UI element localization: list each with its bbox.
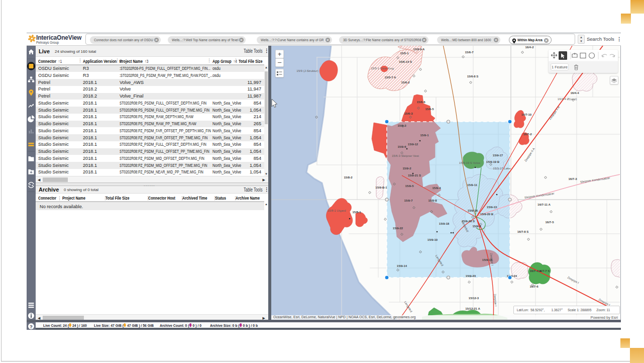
svg-text:15/6-5: 15/6-5 (425, 108, 434, 111)
svg-text:15/9-10: 15/9-10 (427, 238, 438, 241)
svg-text:15/9-1: 15/9-1 (420, 134, 429, 137)
svg-text:15/9-21 S: 15/9-21 S (408, 174, 421, 177)
svg-text:16/7-6: 16/7-6 (529, 285, 539, 288)
svg-text:15/6-8 S: 15/6-8 S (467, 75, 479, 78)
svg-text:15/9-20 B: 15/9-20 B (480, 213, 494, 216)
svg-text:15/9-23: 15/9-23 (466, 275, 476, 278)
svg-text:15/9-14: 15/9-14 (397, 264, 407, 267)
svg-text:15/9-22: 15/9-22 (393, 227, 403, 230)
svg-text:15/9 (J-Struktur): 15/9 (J-Struktur) (296, 69, 318, 72)
svg-text:15/6-3 Sleipner Vest: 15/6-3 Sleipner Vest (392, 154, 419, 157)
svg-text:16/7-4: 16/7-4 (529, 269, 539, 273)
svg-text:15/9-7: 15/9-7 (404, 199, 413, 202)
svg-text:?: ? (30, 324, 33, 329)
svg-text:15/5-1 Gina Krog: 15/5-1 Gina Krog (371, 67, 394, 70)
svg-text:Zeepipe I: Zeepipe I (567, 276, 579, 285)
svg-text:15/9-16: 15/9-16 (468, 209, 478, 212)
svg-text:15/12-3: 15/12-3 (469, 297, 479, 300)
svg-text:Zeepipe I: Zeepipe I (493, 294, 497, 307)
svg-text:15/9-2: 15/9-2 (402, 167, 411, 170)
svg-text:15/9-11: 15/9-11 (467, 184, 478, 187)
svg-text:15/6-7: 15/6-7 (465, 51, 474, 54)
svg-text:Sleipner Kondensatrør: Sleipner Kondensatrør (524, 192, 555, 199)
svg-text:Sleipner Kondensatrør: Sleipner Kondensatrør (580, 176, 610, 184)
svg-text:16/7-7 S: 16/7-7 S (539, 269, 550, 273)
svg-text:15/9-4: 15/9-4 (432, 187, 441, 190)
svg-text:15/9-18: 15/9-18 (439, 222, 450, 225)
svg-text:Langeled: Langeled (404, 301, 413, 313)
svg-text:15/9-6: 15/9-6 (397, 145, 406, 148)
svg-text:Zeepipe II A: Zeepipe II A (524, 147, 535, 162)
svg-text:15/6-3: 15/6-3 (404, 112, 413, 115)
svg-text:16/7-5: 16/7-5 (545, 221, 554, 224)
svg-text:15/9-12: 15/9-12 (408, 143, 418, 146)
svg-text:15/8-1: 15/8-1 (352, 211, 361, 214)
svg-text:15/9-19 S Volve: 15/9-19 S Volve (459, 161, 481, 164)
svg-text:15/9-B-1: 15/9-B-1 (375, 186, 387, 189)
svg-text:16/4-2: 16/4-2 (525, 46, 534, 49)
svg-text:16/7-8 S: 16/7-8 S (517, 230, 529, 233)
svg-text:16/7-10: 16/7-10 (521, 113, 532, 116)
svg-text:15/6-9 A: 15/6-9 A (413, 48, 425, 51)
svg-text:15/12-21 A: 15/12-21 A (465, 307, 480, 310)
svg-text:15/9-8: 15/9-8 (428, 199, 437, 202)
svg-text:15/9-19 B: 15/9-19 B (486, 160, 500, 163)
svg-text:15/5-1: 15/5-1 (400, 52, 409, 55)
svg-text:16/7-11 A: 16/7-11 A (538, 203, 551, 206)
svg-text:15/8-1 Utgard: 15/8-1 Utgard (328, 209, 346, 212)
svg-text:15/9-5: 15/9-5 (405, 185, 414, 188)
svg-text:15/8-2: 15/8-2 (344, 176, 353, 179)
svg-text:16/7-3: 16/7-3 (568, 177, 577, 180)
svg-text:Zeepipe II A: Zeepipe II A (548, 106, 560, 120)
svg-text:15/9-17: 15/9-17 (493, 154, 503, 157)
svg-text:15/5-7 A: 15/5-7 A (385, 76, 396, 79)
svg-text:Langeled: Langeled (435, 254, 444, 266)
svg-text:15/6-14 S: 15/6-14 S (399, 60, 412, 63)
svg-text:15/9-13: 15/9-13 (487, 206, 497, 209)
svg-text:16/4-4: 16/4-4 (570, 92, 579, 95)
svg-text:15/9-3: 15/9-3 (397, 124, 406, 127)
svg-text:15/6-6: 15/6-6 (416, 101, 425, 104)
svg-text:15/9-9: 15/9-9 (472, 225, 481, 228)
svg-text:15/6-2: 15/6-2 (401, 81, 410, 84)
svg-text:16/7-2: 16/7-2 (523, 133, 532, 136)
svg-text:15/9-17 Løke: 15/9-17 Løke (493, 167, 511, 170)
svg-text:16/4-4 Ø(vest): 16/4-4 Ø(vest) (558, 98, 577, 101)
